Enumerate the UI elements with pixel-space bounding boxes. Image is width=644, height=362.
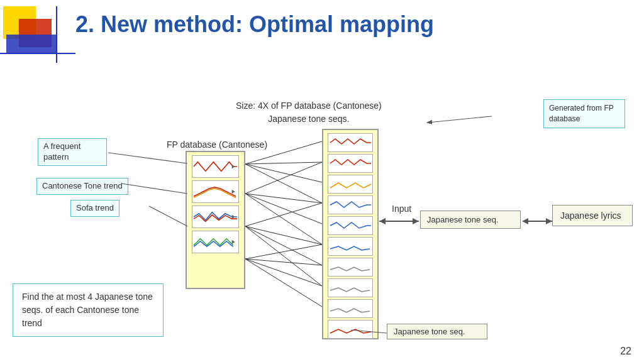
japanese-tone-seq-bottom-label: Japanese tone seq.	[394, 327, 465, 336]
jts-cell-8	[328, 278, 373, 297]
jts-box	[322, 129, 379, 339]
svg-line-18	[245, 203, 322, 226]
svg-line-28	[149, 206, 187, 226]
svg-marker-34	[522, 218, 528, 224]
jts-cell-5	[328, 216, 373, 235]
svg-marker-7	[232, 215, 235, 219]
find-box: Find the at most 4 Japanese tone seqs. o…	[13, 283, 164, 337]
svg-line-21	[245, 226, 322, 286]
cantonese-tone-label: Cantonese Tone trend	[42, 181, 123, 190]
jts-cell-2	[328, 154, 373, 173]
svg-line-12	[245, 164, 322, 182]
generated-box: Generated from FP database	[543, 99, 625, 128]
jts-cell-9	[328, 299, 373, 318]
jts-cell-6	[328, 237, 373, 256]
svg-line-25	[245, 259, 322, 307]
fp-wave-cell-4	[192, 231, 239, 253]
svg-marker-30	[379, 218, 386, 224]
fp-wave-cell-3	[192, 206, 239, 228]
jts-cell-3	[328, 175, 373, 194]
jts-cell-10	[328, 320, 373, 339]
svg-line-11	[245, 162, 322, 164]
slide-number: 22	[620, 346, 631, 357]
svg-line-20	[245, 226, 322, 265]
fp-wave-cell-1	[192, 155, 239, 178]
sofa-trend-box: Sofa trend	[70, 200, 119, 217]
svg-line-14	[245, 162, 322, 194]
jts-cell-4	[328, 195, 373, 214]
svg-line-15	[245, 194, 322, 203]
svg-line-16	[245, 194, 322, 224]
svg-line-24	[245, 259, 322, 286]
svg-marker-6	[232, 190, 235, 194]
page-title: 2. New method: Optimal mapping	[75, 11, 434, 38]
svg-line-17	[245, 194, 322, 244]
svg-line-22	[245, 244, 322, 259]
generated-label: Generated from FP database	[549, 104, 614, 123]
svg-marker-8	[232, 240, 235, 244]
input-label: Input	[392, 204, 411, 214]
fp-database-box	[186, 151, 245, 289]
jts-cell-7	[328, 258, 373, 277]
japanese-tone-seq-bottom-box: Japanese tone seq.	[387, 324, 487, 339]
fp-wave-cell-2	[192, 180, 239, 203]
size-line2: Japanese tone seqs.	[236, 112, 382, 126]
size-line1: Size: 4X of FP database (Cantonese)	[236, 99, 382, 112]
fp-database-label: FP database (Cantonese)	[167, 140, 267, 150]
svg-line-27	[121, 184, 187, 194]
size-label: Size: 4X of FP database (Cantonese) Japa…	[236, 99, 382, 126]
frequent-pattern-box: A frequentpattern	[38, 138, 107, 166]
japanese-lyrics-label: Japanese lyrics	[560, 211, 621, 221]
svg-marker-33	[546, 218, 552, 224]
svg-line-13	[245, 164, 322, 203]
japanese-tone-seq-box: Japanese tone seq.	[420, 211, 521, 229]
svg-marker-5	[232, 165, 235, 168]
frequent-pattern-label: A frequentpattern	[43, 141, 80, 162]
svg-marker-31	[413, 218, 419, 224]
svg-line-19	[245, 226, 322, 244]
japanese-lyrics-box: Japanese lyrics	[552, 205, 633, 226]
sofa-trend-label: Sofa trend	[76, 203, 114, 212]
header-decoration	[0, 0, 75, 69]
svg-line-9	[428, 116, 492, 123]
svg-rect-2	[6, 35, 57, 53]
svg-line-23	[245, 259, 322, 265]
japanese-tone-seq-label: Japanese tone seq.	[427, 215, 498, 224]
svg-line-26	[108, 153, 187, 163]
cantonese-tone-box: Cantonese Tone trend	[36, 178, 128, 195]
jts-cell-1	[328, 133, 373, 152]
find-label: Find the at most 4 Japanese tone seqs. o…	[22, 292, 153, 328]
